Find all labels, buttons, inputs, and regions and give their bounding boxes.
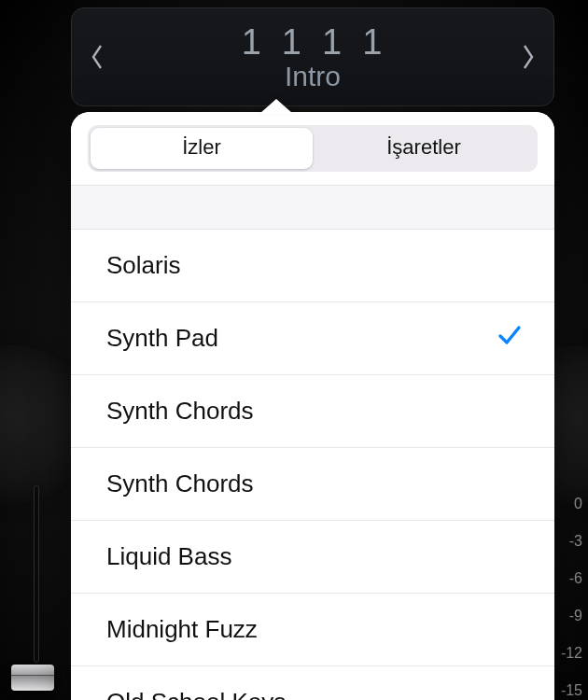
playhead-position: 1 1 1 1: [242, 22, 385, 63]
track-name: Old School Keys: [106, 688, 286, 700]
track-name: Synth Pad: [106, 324, 218, 353]
tracks-popover: İzler İşaretler SolarisSynth PadSynth Ch…: [71, 112, 554, 700]
pos-bar: 1: [242, 22, 263, 63]
track-name: Synth Chords: [106, 397, 254, 426]
fader-thumb[interactable]: [11, 665, 54, 691]
list-header-spacer: [71, 185, 554, 230]
track-name: Midnight Fuzz: [106, 615, 258, 644]
track-name: Liquid Bass: [106, 542, 231, 571]
lcd-bar: 1 1 1 1 Intro: [71, 7, 554, 106]
popover-caret: [259, 99, 293, 114]
pos-div: 1: [322, 22, 343, 63]
prev-marker-button[interactable]: [85, 38, 109, 76]
track-row[interactable]: Synth Chords: [71, 375, 554, 448]
track-row[interactable]: Midnight Fuzz: [71, 594, 554, 666]
pos-beat: 1: [282, 22, 303, 63]
fader-track[interactable]: [34, 485, 39, 663]
tab-markers[interactable]: İşaretler: [313, 128, 535, 169]
track-row[interactable]: Synth Chords: [71, 448, 554, 521]
next-marker-button[interactable]: [516, 38, 540, 76]
track-row[interactable]: Old School Keys: [71, 666, 554, 700]
track-row[interactable]: Synth Pad: [71, 302, 554, 375]
lcd-center[interactable]: 1 1 1 1 Intro: [109, 22, 516, 92]
track-name: Synth Chords: [106, 469, 254, 498]
track-row[interactable]: Solaris: [71, 230, 554, 302]
segmented-control: İzler İşaretler: [88, 125, 538, 172]
segmented-control-wrap: İzler İşaretler: [71, 112, 554, 185]
track-name: Solaris: [106, 251, 180, 280]
current-marker-label: Intro: [285, 61, 341, 92]
track-list[interactable]: SolarisSynth PadSynth ChordsSynth Chords…: [71, 230, 554, 700]
pos-tick: 1: [362, 22, 384, 63]
checkmark-icon: [497, 322, 523, 355]
tab-tracks[interactable]: İzler: [91, 128, 313, 169]
track-row[interactable]: Liquid Bass: [71, 521, 554, 594]
